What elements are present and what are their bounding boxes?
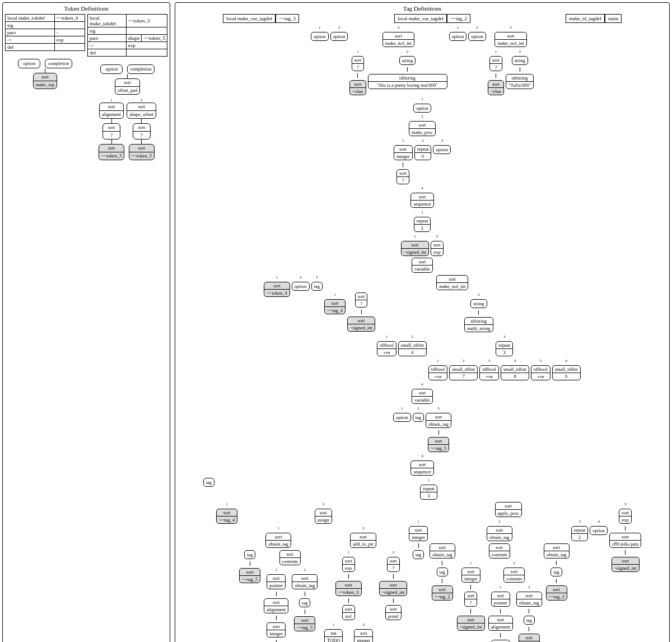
token-table-1: local make_tokdef~~token_4 sig pars- ->e… [5, 14, 85, 51]
option-node: option [100, 64, 123, 74]
option-node: option [413, 104, 431, 113]
tdfbool-node: tdfbool+ve [428, 365, 448, 380]
option-node: option [18, 59, 40, 68]
repeat-node: repeat2 [414, 217, 431, 232]
tag-panel-title: Tag Definitions [178, 5, 667, 12]
tag-header-1: local make_var_tagdef~~tag_3 [223, 14, 299, 23]
sort-exp-node: sortexp [431, 241, 444, 256]
repeat-node: repeat2 [571, 526, 589, 541]
small-tdfint-node: small_tdfint8 [501, 365, 529, 380]
sort-tag3-node: sort~~tag_3 [546, 585, 567, 601]
sort-token3-node: sort~~token_3 [335, 581, 362, 596]
sort-q-node: sort? [352, 56, 365, 71]
token-table-2: local make_tokdef~~token_3 sig parsshape… [87, 14, 167, 57]
sort-tag5-node: sort~~tag_5 [519, 634, 540, 642]
sort-q-node: sort ? [102, 123, 120, 139]
option-node: option [449, 32, 467, 41]
option-node: option [330, 32, 348, 41]
sort-obtain-tag-node: sortobtain_tag [544, 543, 570, 559]
sort-char-node: sort~char [349, 80, 366, 95]
tag-definitions-panel: Tag Definitions local make_var_tagdef~~t… [175, 2, 670, 642]
option-node: option [468, 32, 486, 41]
option-node: option [433, 145, 451, 154]
tag-node: tag [413, 413, 424, 422]
sort-q-node: sort? [489, 56, 502, 71]
sort-integer-node: sortinteger [461, 567, 480, 583]
sort-offset-pad-node: sort offset_pad [115, 78, 141, 95]
small-tdfint-node: small_tdfint4 [398, 341, 427, 356]
nat-todo-node: natTODO [324, 629, 343, 642]
sort-signed-int-node: sort~signed_int [457, 616, 485, 631]
sort-integer-node: sortinteger [394, 145, 413, 160]
sort-alignment-node: sortalignment [488, 616, 513, 631]
sort-tag5-node: sort~~tag_5 [239, 568, 260, 583]
token-definitions-panel: Token Definitions local make_tokdef~~tok… [2, 2, 170, 642]
sort-contents-node: sortcontents [503, 567, 525, 583]
tag-header-3: make_id_tagdefmain [566, 14, 622, 23]
sort-tag2-node: sort~~tag_2 [432, 585, 453, 601]
small-tdfint-node: small_tdfint9 [552, 365, 581, 380]
token-tree-2: local make_tokdef~~token_3 sig parsshape… [87, 14, 167, 160]
sort-variable-node: sortvariable [412, 389, 432, 404]
sort-char-node: sort~char [488, 80, 504, 95]
sort-token5-node: sort ~~token_5 [129, 144, 155, 160]
token-panel-title: Token Definitions [5, 5, 167, 12]
sort-q-node: sort ? [133, 123, 151, 139]
subtree-main: 1option 2 sortmake_proc 1 sortinteger so… [178, 97, 667, 642]
completion-node: completion [45, 59, 72, 68]
sort-tag4-node: sort~~tag_4 [324, 299, 346, 314]
sort-obtain-tag-node: sortobtain_tag [292, 574, 318, 589]
string-node: string [470, 299, 487, 308]
string-node: string [512, 56, 528, 65]
subtree-tag2: 1option 2option 3 sortmake_nof_int 1 sor… [449, 25, 534, 95]
option-node: option [393, 413, 411, 422]
repeat-node: repeat0 [414, 145, 432, 160]
sort-variable-node: sortvariable [412, 258, 432, 273]
tag-node: tag [437, 567, 448, 576]
tdfstring-node: tdfstring"this is a pretty boring test\0… [368, 74, 447, 89]
sort-obtain-tag-node: sortobtain_tag [516, 592, 542, 607]
sort-signed-int-node: sort~signed_int [401, 241, 429, 256]
tag-node: tag [203, 478, 214, 487]
repeat-node: repeat3 [496, 341, 513, 356]
tag-node: tag [299, 598, 310, 607]
sort-nof-node: sortnof [342, 605, 355, 620]
tdfstring-multi-node: tdfstringmulti_string [464, 317, 493, 332]
option-node: option [590, 526, 608, 535]
sort-signed-int-node: sort~signed_int [379, 581, 407, 596]
sort-contents-node: sortcontents [279, 550, 301, 565]
sort-q-node: sort? [464, 592, 477, 607]
tdfbool-node: tdfbool+ve [479, 365, 499, 380]
sort-add-to-ptr-node: sortadd_to_ptr [350, 533, 376, 548]
sort-sequence-node: sortsequence [410, 193, 433, 208]
sort-make-nof-int-node: sortmake_nof_int [494, 32, 526, 47]
sort-signed-int-node: sort~signed_int [347, 317, 375, 332]
sort-sequence-node: sortsequence [410, 460, 433, 476]
sort-alignment-node: sortalignment [264, 598, 288, 613]
sort-printf-node: sortprintf [385, 605, 402, 620]
completion-node: completion [127, 64, 154, 74]
sort-pointer-node: sortpointer [267, 574, 286, 589]
sort-token5-node: sort ~~token_5 [99, 144, 125, 160]
option-node: option [311, 32, 329, 41]
tdfbool-node: tdfbool+ve [531, 365, 550, 380]
sort-pointer-node: sortpointer [491, 592, 510, 607]
sort-alignment-node: sort alignment [99, 103, 124, 119]
sort-obtain-tag-node: sortobtain_tag [430, 543, 455, 559]
string-node: string [399, 56, 416, 65]
option-node: option [292, 282, 310, 291]
sort-q-node: sort? [396, 169, 409, 184]
sort-obtain-tag-node: sortobtain_tag [426, 413, 451, 428]
sort-integer-node: sortinteger [267, 622, 286, 638]
subtree-tag3: 1option 2option 3 sortmake_nof_int 1 sor… [311, 25, 447, 95]
tdfbool-node: tdfbool+ve [377, 341, 396, 356]
small-tdfint-node: small_tdfint7 [449, 365, 478, 380]
sort-q-node: sort? [355, 292, 368, 308]
sort-exp-node: sortexp [619, 509, 632, 524]
token-tree-1: local make_tokdef~~token_4 sig pars- ->e… [5, 14, 85, 160]
sort-c89puts-node: sortc89.stdio.puts [609, 533, 641, 548]
tag-node: tag [311, 282, 323, 291]
sort-make-nof-int-node: sortmake_nof_int [382, 32, 414, 47]
tag-node: tag [524, 616, 535, 625]
tdfstring-node: tdfstring"%d\n\000" [506, 74, 534, 89]
